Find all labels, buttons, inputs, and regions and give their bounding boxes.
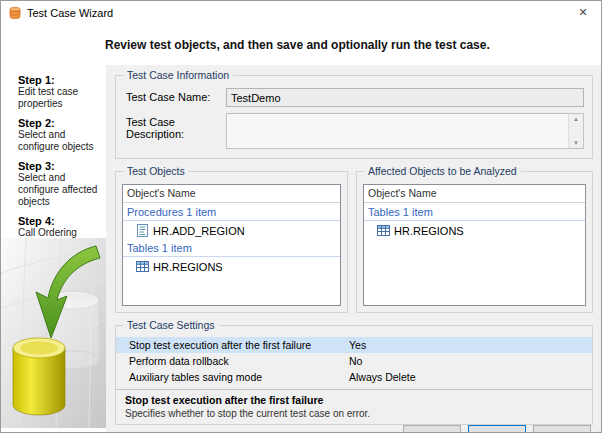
description-scrollbar[interactable]: ▲ ▼ bbox=[568, 114, 583, 148]
wizard-button-bar: < Back Finish Cancel bbox=[115, 425, 593, 433]
setting-row-data-rollback[interactable]: Perform data rollback No bbox=[116, 353, 592, 369]
back-button[interactable]: < Back bbox=[403, 425, 461, 433]
table-icon bbox=[377, 224, 390, 237]
affected-objects-group: Affected Objects to be Analyzed Object's… bbox=[356, 171, 593, 313]
table-icon bbox=[136, 260, 149, 273]
setting-value[interactable]: Yes bbox=[349, 339, 592, 351]
test-case-description-label: Test Case Description: bbox=[126, 113, 226, 149]
app-icon bbox=[8, 6, 22, 20]
setting-row-aux-tables-mode[interactable]: Auxiliary tables saving mode Always Dele… bbox=[116, 369, 592, 385]
close-icon[interactable]: ✕ bbox=[565, 1, 601, 24]
sidebar-step-3: Step 3: Select and configure affected ob… bbox=[1, 160, 102, 208]
scroll-down-icon[interactable]: ▼ bbox=[573, 140, 579, 146]
scroll-up-icon[interactable]: ▲ bbox=[573, 116, 579, 122]
sidebar-step-2: Step 2: Select and configure objects bbox=[1, 117, 102, 153]
affected-objects-list: Object's Name Tables 1 item bbox=[363, 184, 586, 306]
group-caption: Affected Objects to be Analyzed bbox=[364, 165, 521, 177]
sidebar-step-1: Step 1: Edit test case properties bbox=[1, 74, 102, 110]
sidebar-step-4: Step 4: Call Ordering bbox=[1, 215, 102, 239]
titlebar[interactable]: Test Case Wizard ✕ bbox=[1, 1, 601, 24]
group-caption: Test Objects bbox=[123, 165, 189, 177]
list-item-hr-regions[interactable]: HR.REGIONS bbox=[123, 257, 340, 275]
test-case-wizard-window: Test Case Wizard ✕ Review test objects, … bbox=[0, 0, 602, 433]
object-group-procedures[interactable]: Procedures 1 item bbox=[123, 203, 340, 221]
test-case-name-input[interactable] bbox=[226, 88, 584, 107]
page-title: Review test objects, and then save and o… bbox=[105, 38, 490, 52]
cancel-button[interactable]: Cancel bbox=[533, 425, 591, 433]
setting-value[interactable]: Always Delete bbox=[349, 371, 592, 383]
main-panel: Test Case Information Test Case Name: Te… bbox=[106, 65, 601, 432]
test-objects-group: Test Objects Object's Name Procedures 1 … bbox=[115, 171, 348, 313]
wizard-header: Review test objects, and then save and o… bbox=[1, 24, 601, 65]
wizard-steps-sidebar: Step 1: Edit test case properties Step 2… bbox=[1, 65, 106, 432]
group-caption: Test Case Settings bbox=[123, 319, 219, 331]
object-group-tables[interactable]: Tables 1 item bbox=[123, 239, 340, 257]
test-case-description-input[interactable]: ▲ ▼ bbox=[226, 113, 584, 149]
window-title: Test Case Wizard bbox=[27, 7, 113, 19]
procedure-icon bbox=[136, 224, 149, 237]
setting-description-text: Specifies whether to stop the current te… bbox=[125, 408, 583, 419]
object-group-tables[interactable]: Tables 1 item bbox=[364, 203, 585, 221]
column-header-objects-name[interactable]: Object's Name bbox=[123, 185, 340, 203]
setting-description-title: Stop test execution after the first fail… bbox=[125, 394, 583, 406]
test-case-name-label: Test Case Name: bbox=[126, 88, 226, 107]
finish-button[interactable]: Finish bbox=[468, 425, 526, 433]
setting-row-stop-on-failure[interactable]: Stop test execution after the first fail… bbox=[116, 337, 592, 353]
test-case-information-group: Test Case Information Test Case Name: Te… bbox=[115, 75, 593, 159]
list-item-hr-regions[interactable]: HR.REGIONS bbox=[364, 221, 585, 239]
wizard-artwork-image bbox=[1, 238, 106, 432]
column-header-objects-name[interactable]: Object's Name bbox=[364, 185, 585, 203]
setting-value[interactable]: No bbox=[349, 355, 592, 367]
group-caption: Test Case Information bbox=[123, 69, 233, 81]
setting-description-panel: Stop test execution after the first fail… bbox=[116, 389, 592, 424]
test-objects-list: Object's Name Procedures 1 item bbox=[122, 184, 341, 306]
list-item-hr-add-region[interactable]: HR.ADD_REGION bbox=[123, 221, 340, 239]
test-case-settings-group: Test Case Settings Stop test execution a… bbox=[115, 325, 593, 425]
